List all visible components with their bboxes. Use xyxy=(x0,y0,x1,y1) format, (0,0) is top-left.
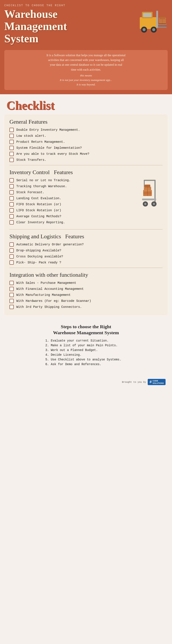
steps-section: Steps to choose the RightWarehouse Manag… xyxy=(4,320,168,372)
divider xyxy=(10,268,162,268)
checkbox[interactable] xyxy=(10,208,14,212)
checkbox[interactable] xyxy=(10,146,14,150)
list-item: Landing Cost Evaluation. xyxy=(10,196,137,200)
svg-point-7 xyxy=(142,28,145,31)
item-text: Pick- Ship- Pack ready ? xyxy=(16,261,61,264)
item-text: Cross Dockying available? xyxy=(16,255,63,258)
checkbox[interactable] xyxy=(10,287,14,291)
svg-point-23 xyxy=(153,203,155,205)
list-item: FIFO Stock Rotation (or) xyxy=(10,202,137,206)
checklist-title-section: Checklist xyxy=(0,94,172,114)
item-text: LIFO Stock Rotation (or) xyxy=(16,209,61,212)
logo-hash-symbol: # xyxy=(149,380,151,384)
item-text: Are you able to track every Stock Move? xyxy=(16,152,89,156)
checkbox[interactable] xyxy=(10,305,14,309)
checkbox[interactable] xyxy=(10,184,14,188)
svg-point-21 xyxy=(144,203,146,205)
checkbox[interactable] xyxy=(10,293,14,297)
item-text: Tracking thorugh Warehouse. xyxy=(16,184,67,188)
checkbox[interactable] xyxy=(10,140,14,144)
list-item: Pick- Ship- Pack ready ? xyxy=(10,260,162,265)
checklist-main-title: Checklist xyxy=(7,98,165,112)
steps-list: Evaluate your current Situation. Make a … xyxy=(51,339,121,367)
desc-this-means: this means xyxy=(9,74,163,78)
header-section: Checklist to choose the right WarehouseM… xyxy=(0,0,172,50)
item-text: With Hardwares (For eg: Barcode Scannar) xyxy=(16,299,91,303)
item-text: Low stock alert. xyxy=(16,134,46,138)
inventory-items: Serial no or Lot no Tracking. Tracking t… xyxy=(10,178,137,226)
step-item: Use Checklist above to analyse Systems. xyxy=(51,358,121,361)
step-item: Decide Licensing. xyxy=(51,353,121,356)
section-title-general: General Features xyxy=(10,119,162,125)
checkbox[interactable] xyxy=(10,260,14,265)
inventory-row: Serial no or Lot no Tracking. Tracking t… xyxy=(10,178,162,226)
list-item: With Sales - Purchase Management xyxy=(10,281,162,285)
desc-italic1: It is not just your inventory management… xyxy=(9,78,163,82)
item-text: FIFO Stock Rotation (or) xyxy=(16,203,61,206)
list-item: Product Return Management. xyxy=(10,140,162,144)
brought-by-text: Brought to you by xyxy=(122,381,146,384)
step-item: Evaluate your current Situation. xyxy=(51,339,121,342)
svg-rect-4 xyxy=(157,26,167,28)
list-item: Stock Transfers. xyxy=(10,158,162,162)
svg-rect-2 xyxy=(143,13,151,17)
checkbox[interactable] xyxy=(10,254,14,259)
checkbox[interactable] xyxy=(10,220,14,224)
item-text: With Sales - Purchase Management xyxy=(16,281,76,285)
svg-rect-12 xyxy=(159,23,166,24)
svg-point-9 xyxy=(152,28,155,31)
divider xyxy=(10,229,162,230)
list-item: LIFO Stock Rotation (or) xyxy=(10,208,137,212)
item-text: Stock Forecast. xyxy=(16,190,45,194)
desc-italic2: It is way beyond. xyxy=(9,82,163,87)
list-item: Double Entry Inventory Management. xyxy=(10,128,162,132)
item-text: Product Return Management. xyxy=(16,140,65,144)
checklist-area: General Features Double Entry Inventory … xyxy=(4,114,168,315)
item-text: System Flexible for Implementation? xyxy=(16,146,82,150)
checkbox[interactable] xyxy=(10,248,14,253)
checkbox[interactable] xyxy=(10,152,14,156)
desc-line1: It is a Software solution that helps you… xyxy=(9,53,163,58)
description-section: It is a Software solution that helps you… xyxy=(0,50,172,94)
list-item: Automatic Delivery Order generation? xyxy=(10,242,162,247)
desc-line2: activities that are concerned with your … xyxy=(9,58,163,62)
desc-line3: your data at one central database so it … xyxy=(9,62,163,67)
section-title-integration: Integration with other functionality xyxy=(10,272,162,278)
checkbox[interactable] xyxy=(10,178,14,182)
checkbox[interactable] xyxy=(10,158,14,162)
list-item: Clear Inventory Reporting. xyxy=(10,220,137,224)
list-item: Average Costing Methods? xyxy=(10,214,137,218)
checkbox[interactable] xyxy=(10,196,14,200)
item-text: Average Costing Methods? xyxy=(16,215,61,218)
code-solutions-logo: # CODESOLUTIONS xyxy=(148,379,165,385)
item-text: Landing Cost Evaluation. xyxy=(16,197,61,200)
checkbox[interactable] xyxy=(10,134,14,138)
checkbox[interactable] xyxy=(10,128,14,132)
steps-title: Steps to choose the RightWarehouse Manag… xyxy=(13,324,159,336)
list-item: With 3rd Party Shipping Connectors. xyxy=(10,305,162,309)
item-text: With 3rd Party Shipping Connectors. xyxy=(16,305,82,309)
forklift-image xyxy=(135,2,169,38)
list-item: Serial no or Lot no Tracking. xyxy=(10,178,137,182)
footer-section: Brought to you by # CODESOLUTIONS xyxy=(0,377,172,390)
section-title-shipping: Shipping and Logistics Features xyxy=(10,233,162,240)
checkbox[interactable] xyxy=(10,281,14,285)
desc-line4: time with each activities. xyxy=(9,68,163,72)
step-item: Work out a Planned Budget. xyxy=(51,348,121,352)
header-title: WarehouseManagementSystem xyxy=(4,8,73,45)
list-item: Tracking thorugh Warehouse. xyxy=(10,184,137,188)
bottom-padding xyxy=(0,390,172,396)
section-title-inventory: Inventory Control Features xyxy=(10,169,162,176)
checkbox[interactable] xyxy=(10,190,14,194)
list-item: System Flexible for Implementation? xyxy=(10,146,162,150)
checkbox[interactable] xyxy=(10,299,14,303)
list-item: With Financial Accounting Management xyxy=(10,287,162,291)
item-text: Clear Inventory Reporting. xyxy=(16,221,65,224)
item-text: Serial no or Lot no Tracking. xyxy=(16,178,71,182)
checkbox[interactable] xyxy=(10,214,14,218)
checkbox[interactable] xyxy=(10,202,14,206)
list-item: Drop-shipping Available? xyxy=(10,248,162,253)
checkbox[interactable] xyxy=(10,242,14,247)
list-item: Are you able to track every Stock Move? xyxy=(10,152,162,156)
item-text: Double Entry Inventory Management. xyxy=(16,128,80,132)
